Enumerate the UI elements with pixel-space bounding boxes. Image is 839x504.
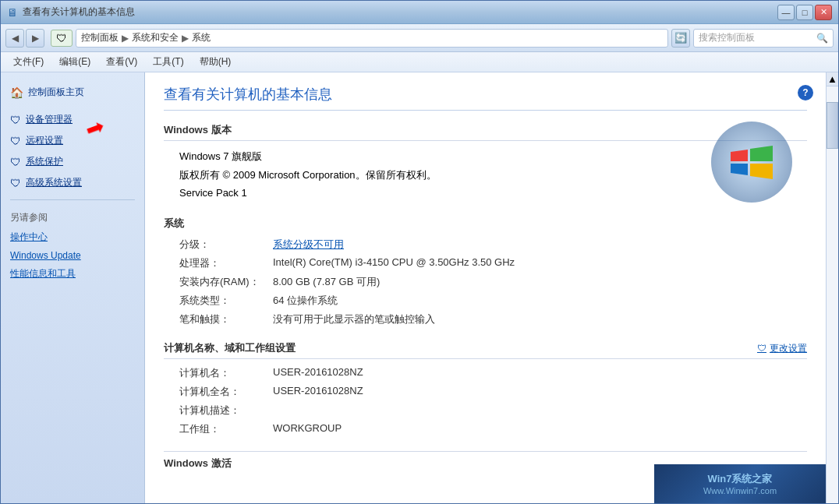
system-label-2: 安装内存(RAM)：: [179, 275, 273, 289]
menu-bar: 文件(F) 编辑(E) 查看(V) 工具(T) 帮助(H): [1, 52, 838, 72]
system-value-2: 8.00 GB (7.87 GB 可用): [273, 275, 380, 289]
menu-view[interactable]: 查看(V): [100, 53, 143, 71]
computer-row-3: 工作组： WORKGROUP: [179, 420, 807, 439]
search-icon: 🔍: [816, 33, 828, 44]
system-value-1: Intel(R) Core(TM) i3-4150 CPU @ 3.50GHz …: [273, 256, 515, 270]
menu-edit[interactable]: 编辑(E): [53, 53, 97, 71]
sidebar: 🏠 控制面板主页 🛡 设备管理器 🛡 远程设置 🛡 系统保护 🛡: [1, 72, 145, 503]
sidebar-device-manager-label: 设备管理器: [26, 113, 73, 126]
settings-icon: 🛡: [757, 343, 766, 354]
main-layout: 🏠 控制面板主页 🛡 设备管理器 🛡 远程设置 🛡 系统保护 🛡: [1, 72, 838, 503]
address-icon: 🛡: [51, 30, 73, 47]
also-title: 另请参阅: [1, 206, 144, 227]
activation-title: Windows 激活: [164, 457, 232, 469]
computer-section-title: 计算机名称、域和工作组设置: [164, 341, 296, 355]
system-section-title: 系统: [164, 217, 807, 231]
title-bar: 🖥 查看有关计算机的基本信息 — □ ✕: [1, 1, 838, 24]
system-row-1: 处理器： Intel(R) Core(TM) i3-4150 CPU @ 3.5…: [179, 254, 807, 273]
address-bar: ◀ ▶ 🛡 控制面板 ▶ 系统和安全 ▶ 系统 🔄 搜索控制面板 🔍: [1, 24, 838, 52]
refresh-button[interactable]: 🔄: [671, 29, 690, 48]
close-button[interactable]: ✕: [815, 5, 832, 20]
computer-label-2: 计算机描述：: [179, 404, 273, 418]
sidebar-home-label: 控制面板主页: [28, 86, 84, 99]
system-label-1: 处理器：: [179, 256, 273, 270]
page-title: 查看有关计算机的基本信息: [164, 85, 807, 111]
sidebar-remote-label: 远程设置: [26, 134, 63, 147]
search-placeholder: 搜索控制面板: [699, 31, 755, 44]
windows-copyright-value: 版权所有 © 2009 Microsoft Corporation。保留所有权利…: [179, 168, 437, 182]
sidebar-item-remote[interactable]: 🛡 远程设置: [1, 130, 144, 151]
system-row-2: 安装内存(RAM)： 8.00 GB (7.87 GB 可用): [179, 273, 807, 291]
sidebar-item-advanced[interactable]: 🛡 高级系统设置: [1, 172, 144, 193]
sidebar-item-device-manager[interactable]: 🛡 设备管理器: [1, 109, 144, 130]
system-row-4: 笔和触摸： 没有可用于此显示器的笔或触控输入: [179, 310, 807, 329]
system-section: 系统 分级： 系统分级不可用 处理器： Intel(R) Core(TM) i3…: [164, 217, 807, 329]
computer-row-0: 计算机名： USER-20161028NZ: [179, 364, 807, 382]
nav-buttons: ◀ ▶: [5, 29, 44, 48]
computer-label-3: 工作组：: [179, 422, 273, 436]
system-row-3: 系统类型： 64 位操作系统: [179, 291, 807, 310]
sidebar-link-action-center[interactable]: 操作中心: [1, 227, 144, 247]
forward-button[interactable]: ▶: [26, 29, 44, 48]
system-value-4: 没有可用于此显示器的笔或触控输入: [273, 312, 435, 326]
computer-label-0: 计算机名：: [179, 366, 273, 380]
computer-value-1: USER-20161028NZ: [273, 385, 363, 399]
computer-label-1: 计算机全名：: [179, 385, 273, 399]
breadcrumb-item-1[interactable]: 控制面板: [81, 31, 119, 44]
title-bar-text: 查看有关计算机的基本信息: [23, 5, 135, 19]
computer-section: 计算机名称、域和工作组设置 🛡 更改设置 计算机名： USER-20161028…: [164, 341, 807, 439]
system-value-3: 64 位操作系统: [273, 294, 338, 308]
breadcrumb-sep-2: ▶: [182, 33, 189, 44]
sidebar-advanced-label: 高级系统设置: [26, 176, 82, 189]
computer-row-1: 计算机全名： USER-20161028NZ: [179, 382, 807, 401]
sidebar-protection-label: 系统保护: [26, 155, 63, 168]
also-section: 另请参阅 操作中心 Windows Update 性能信息和工具: [1, 206, 144, 284]
maximize-button[interactable]: □: [796, 5, 813, 20]
system-value-0[interactable]: 系统分级不可用: [273, 238, 344, 252]
search-bar[interactable]: 搜索控制面板 🔍: [693, 29, 834, 48]
system-label-4: 笔和触摸：: [179, 312, 273, 326]
menu-file[interactable]: 文件(F): [7, 53, 50, 71]
sidebar-divider: [10, 199, 135, 200]
breadcrumb[interactable]: 控制面板 ▶ 系统和安全 ▶ 系统: [76, 29, 668, 48]
remote-icon: 🛡: [10, 135, 21, 147]
protection-icon: 🛡: [10, 156, 21, 168]
home-icon: 🏠: [10, 86, 23, 99]
scrollbar-up[interactable]: ▲: [827, 72, 838, 86]
service-pack-value: Service Pack 1: [179, 187, 247, 199]
scrollbar[interactable]: ▲: [826, 72, 838, 503]
breadcrumb-item-2[interactable]: 系统和安全: [132, 31, 179, 44]
scrollbar-thumb[interactable]: [827, 102, 838, 149]
menu-tools[interactable]: 工具(T): [147, 53, 189, 71]
system-label-3: 系统类型：: [179, 294, 273, 308]
breadcrumb-item-3[interactable]: 系统: [192, 31, 211, 44]
advanced-icon: 🛡: [10, 177, 21, 189]
system-row-0: 分级： 系统分级不可用: [179, 235, 807, 254]
windows-logo: [709, 119, 795, 205]
watermark: Win7系统之家 Www.Winwin7.com: [654, 464, 826, 503]
sidebar-item-protection[interactable]: 🛡 系统保护: [1, 151, 144, 172]
device-manager-icon: 🛡: [10, 114, 21, 126]
system-label-0: 分级：: [179, 238, 273, 252]
computer-value-3: WORKGROUP: [273, 422, 342, 436]
minimize-button[interactable]: —: [777, 5, 795, 20]
title-bar-buttons: — □ ✕: [777, 5, 832, 20]
menu-help[interactable]: 帮助(H): [193, 53, 238, 71]
svg-point-0: [711, 122, 792, 203]
breadcrumb-sep-1: ▶: [122, 33, 129, 44]
title-bar-icon: 🖥: [7, 6, 18, 19]
sidebar-item-home[interactable]: 🏠 控制面板主页: [1, 82, 144, 103]
back-button[interactable]: ◀: [5, 29, 24, 48]
watermark-line2: Www.Winwin7.com: [703, 486, 777, 495]
sidebar-link-performance[interactable]: 性能信息和工具: [1, 264, 144, 284]
content-area: ?: [145, 72, 826, 503]
computer-value-0: USER-20161028NZ: [273, 366, 363, 380]
computer-row-2: 计算机描述：: [179, 401, 807, 420]
watermark-line1: Win7系统之家: [703, 472, 777, 486]
control-panel-icon: 🛡: [56, 32, 67, 44]
sidebar-link-windows-update[interactable]: Windows Update: [1, 247, 144, 264]
main-window: 🖥 查看有关计算机的基本信息 — □ ✕ ◀ ▶ 🛡 控制面板 ▶ 系统和安全 …: [0, 0, 839, 504]
help-icon[interactable]: ?: [798, 85, 813, 100]
change-settings-link[interactable]: 🛡 更改设置: [757, 342, 807, 355]
windows-edition-value: Windows 7 旗舰版: [179, 150, 262, 164]
